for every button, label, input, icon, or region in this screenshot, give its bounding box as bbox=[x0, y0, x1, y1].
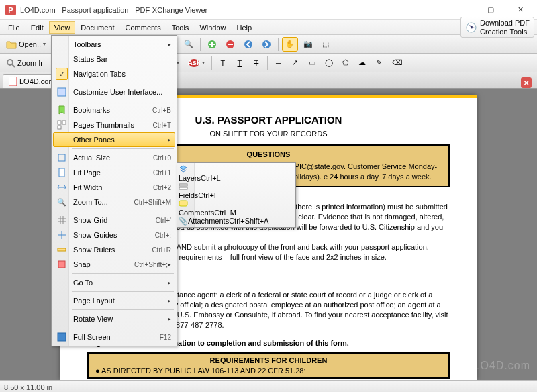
customize-icon bbox=[54, 87, 69, 97]
tab-close-button[interactable]: ✕ bbox=[521, 77, 532, 88]
svg-rect-26 bbox=[58, 333, 66, 341]
select-icon: ⬚ bbox=[322, 40, 329, 48]
fit-page-icon bbox=[54, 168, 69, 177]
menu-edit[interactable]: Edit bbox=[26, 21, 49, 34]
menu-view[interactable]: View bbox=[49, 21, 76, 34]
submenu-layers[interactable]: LayersCtrl+L bbox=[179, 164, 294, 182]
search-icon: 🔍 bbox=[184, 40, 193, 48]
submenu-comments[interactable]: CommentsCtrl+M bbox=[179, 199, 294, 217]
bookmark-icon bbox=[54, 105, 69, 115]
svg-text:P: P bbox=[8, 6, 13, 14]
strike-tool[interactable]: T bbox=[249, 56, 264, 70]
nav-fwd-button[interactable] bbox=[258, 37, 275, 52]
oval-icon: ◯ bbox=[325, 58, 333, 67]
grid-icon bbox=[54, 215, 69, 225]
menu-fit-page[interactable]: Fit PageCtrl+1 bbox=[53, 165, 175, 180]
plus-icon bbox=[207, 40, 217, 49]
add-button[interactable] bbox=[204, 37, 220, 52]
hand-icon: ✋ bbox=[285, 40, 295, 48]
menu-show-guides[interactable]: Show GuidesCtrl+; bbox=[53, 228, 175, 242]
underline-tool[interactable]: T bbox=[232, 56, 247, 70]
strike-icon: T bbox=[254, 59, 259, 67]
rect-tool[interactable]: ▭ bbox=[305, 56, 320, 70]
window-title: LO4D.com - Passport application - PDF-XC… bbox=[20, 6, 445, 14]
oval-tool[interactable]: ◯ bbox=[322, 56, 336, 70]
search-button[interactable]: 🔍 bbox=[181, 37, 197, 52]
cursor-icon bbox=[465, 21, 477, 34]
nav-back-button[interactable] bbox=[240, 37, 256, 52]
arrow-left-icon bbox=[244, 40, 253, 49]
requirements-heading: REQUIREMENTS FOR CHILDREN bbox=[95, 356, 442, 364]
snapshot-tool[interactable]: 📷 bbox=[300, 37, 316, 52]
svg-point-11 bbox=[262, 40, 271, 48]
menu-bookmarks[interactable]: BookmarksCtrl+B bbox=[53, 103, 175, 117]
folder-open-icon bbox=[6, 40, 17, 49]
close-button[interactable]: ✕ bbox=[505, 1, 536, 19]
app-icon: P bbox=[5, 5, 16, 15]
menu-customize[interactable]: Customize User Interface... bbox=[53, 85, 175, 99]
svg-rect-23 bbox=[59, 168, 64, 177]
menu-help[interactable]: Help bbox=[232, 21, 258, 34]
download-pdf-tools-button[interactable]: Download PDFCreation Tools bbox=[460, 17, 534, 37]
svg-rect-25 bbox=[58, 261, 65, 268]
arrow2-icon: ↗ bbox=[292, 58, 298, 67]
poly-tool[interactable]: ⬠ bbox=[338, 56, 353, 70]
thumbnails-icon bbox=[54, 120, 69, 130]
menu-statusbar[interactable]: Status Bar bbox=[53, 52, 175, 66]
fit-width-icon bbox=[54, 183, 69, 192]
menu-document[interactable]: Document bbox=[75, 21, 119, 34]
menubar: File Edit View Document Comments Tools W… bbox=[0, 20, 537, 35]
pdf-icon bbox=[9, 77, 17, 86]
menu-toolbars[interactable]: Toolbars▸ bbox=[53, 37, 175, 52]
menu-show-grid[interactable]: Show GridCtrl+' bbox=[53, 213, 175, 228]
svg-rect-19 bbox=[58, 121, 61, 124]
erase-tool[interactable]: ⌫ bbox=[389, 56, 406, 70]
rect-icon: ▭ bbox=[309, 58, 315, 67]
cloud-icon: ☁ bbox=[358, 58, 366, 67]
svg-rect-27 bbox=[179, 184, 187, 186]
select-tool[interactable]: ⬚ bbox=[318, 37, 333, 52]
remove-button[interactable] bbox=[222, 37, 238, 52]
svg-rect-28 bbox=[179, 187, 187, 189]
line-tool[interactable]: ─ bbox=[271, 56, 286, 70]
zoom-in-button[interactable]: Zoom Ir bbox=[3, 56, 46, 70]
svg-point-10 bbox=[244, 40, 252, 48]
menu-actual-size[interactable]: Actual SizeCtrl+0 bbox=[53, 150, 175, 165]
menu-navtabs[interactable]: ✓Navigation Tabs bbox=[53, 66, 175, 81]
submenu-fields[interactable]: FieldsCtrl+I bbox=[179, 182, 294, 199]
svg-rect-29 bbox=[179, 201, 187, 206]
menu-window[interactable]: Window bbox=[194, 21, 231, 34]
comment-icon bbox=[179, 199, 294, 209]
pencil-tool[interactable]: ✎ bbox=[372, 56, 387, 70]
menu-fit-width[interactable]: Fit WidthCtrl+2 bbox=[53, 180, 175, 195]
menu-zoom-to[interactable]: 🔍Zoom To...Ctrl+Shift+M bbox=[53, 195, 175, 209]
text-tool[interactable]: T bbox=[215, 56, 230, 70]
menu-comments[interactable]: Comments bbox=[120, 21, 166, 34]
hand-tool[interactable]: ✋ bbox=[282, 37, 298, 52]
eraser-icon: ⌫ bbox=[392, 58, 403, 67]
maximize-button[interactable]: ▢ bbox=[475, 1, 505, 19]
submenu-attachments[interactable]: 📎AttachmentsCtrl+Shift+A bbox=[179, 217, 294, 226]
menu-show-rulers[interactable]: Show RulersCtrl+R bbox=[53, 242, 175, 257]
minimize-button[interactable]: — bbox=[445, 1, 475, 19]
page-dimensions: 8.50 x 11.00 in bbox=[4, 383, 52, 391]
menu-full-screen[interactable]: Full ScreenF12 bbox=[53, 330, 175, 344]
requirements-box: REQUIREMENTS FOR CHILDREN ● AS DIRECTED … bbox=[87, 352, 450, 379]
menu-file[interactable]: File bbox=[3, 21, 26, 34]
open-button[interactable]: Open..▾ bbox=[3, 37, 49, 52]
menu-page-layout[interactable]: Page Layout▸ bbox=[53, 293, 175, 308]
menu-snap[interactable]: SnapCtrl+Shift+;▸ bbox=[53, 257, 175, 272]
svg-rect-20 bbox=[62, 121, 66, 124]
underline-icon: T bbox=[238, 59, 242, 67]
ask-icon: Ask bbox=[188, 58, 200, 68]
menu-tools[interactable]: Tools bbox=[166, 21, 195, 34]
cloud-tool[interactable]: ☁ bbox=[355, 56, 370, 70]
menu-rotate-view[interactable]: Rotate View▸ bbox=[53, 311, 175, 326]
menu-thumbnails[interactable]: Pages ThumbnailsCtrl+T bbox=[53, 117, 175, 132]
menu-other-panes[interactable]: Other Panes▸ bbox=[53, 132, 175, 147]
arrow-right-icon bbox=[262, 40, 271, 49]
ruler-icon bbox=[54, 245, 69, 254]
menu-goto[interactable]: Go To▸ bbox=[53, 275, 175, 290]
ask-button[interactable]: Ask▾ bbox=[185, 56, 208, 70]
arrow-tool[interactable]: ↗ bbox=[288, 56, 303, 70]
